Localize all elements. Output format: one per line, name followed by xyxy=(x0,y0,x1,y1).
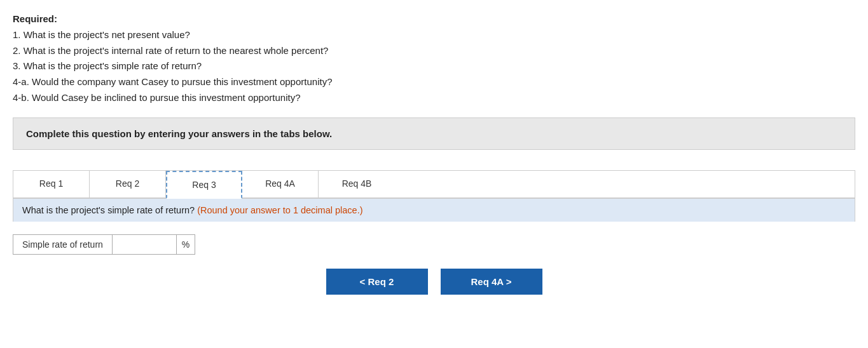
question-plain: What is the project's simple rate of ret… xyxy=(22,205,195,215)
req-item-2: 2. What is the project's internal rate o… xyxy=(13,43,855,59)
answer-label: Simple rate of return xyxy=(13,235,113,254)
req-item-4b: 4-b. Would Casey be inclined to pursue t… xyxy=(13,90,855,106)
tab-req2[interactable]: Req 2 xyxy=(90,171,166,197)
nav-buttons: < Req 2 Req 4A > xyxy=(13,269,855,295)
required-heading: Required: xyxy=(13,11,855,27)
prev-button[interactable]: < Req 2 xyxy=(326,269,428,295)
question-hint: (Round your answer to 1 decimal place.) xyxy=(197,205,362,215)
instruction-box: Complete this question by entering your … xyxy=(13,117,855,150)
req-item-3: 3. What is the project's simple rate of … xyxy=(13,58,855,74)
answer-input[interactable] xyxy=(113,235,176,254)
tab-req1[interactable]: Req 1 xyxy=(13,171,90,197)
tabs-row: Req 1 Req 2 Req 3 Req 4A Req 4B xyxy=(13,171,855,199)
answer-section: Simple rate of return % xyxy=(13,222,855,255)
tab-question: What is the project's simple rate of ret… xyxy=(22,205,846,215)
tab-req3[interactable]: Req 3 xyxy=(166,171,242,199)
answer-row: Simple rate of return % xyxy=(13,234,195,255)
tab-req4a[interactable]: Req 4A xyxy=(242,171,319,197)
tab-req4b[interactable]: Req 4B xyxy=(319,171,395,197)
next-button[interactable]: Req 4A > xyxy=(441,269,542,295)
required-section: Required: 1. What is the project's net p… xyxy=(13,11,855,106)
tabs-container: Req 1 Req 2 Req 3 Req 4A Req 4B xyxy=(13,170,855,199)
req-item-4a: 4-a. Would the company want Casey to pur… xyxy=(13,74,855,90)
tab-content-area: What is the project's simple rate of ret… xyxy=(13,199,855,222)
percent-unit: % xyxy=(176,235,195,254)
req-item-1: 1. What is the project's net present val… xyxy=(13,27,855,43)
instruction-text: Complete this question by entering your … xyxy=(26,128,842,139)
